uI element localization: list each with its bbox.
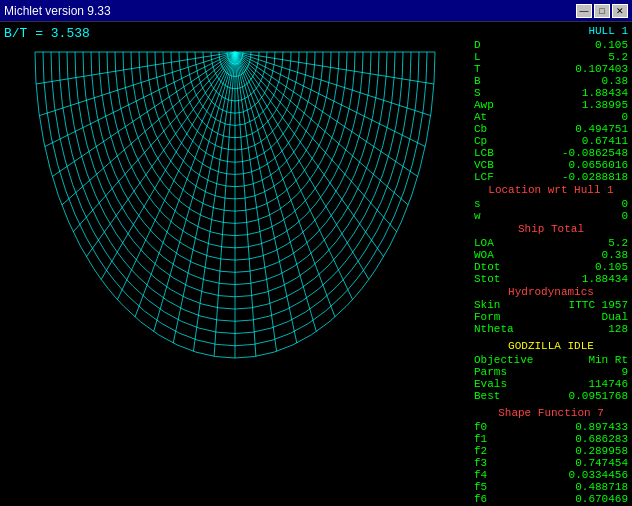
table-row: f20.289958	[474, 445, 628, 457]
row-val: -0.0288818	[562, 171, 628, 183]
row-val: 0.747454	[575, 457, 628, 469]
table-row: w0	[474, 210, 628, 222]
row-val: 0	[621, 111, 628, 123]
row-val: 0.488718	[575, 481, 628, 493]
row-val: 1.38995	[582, 99, 628, 111]
row-key: Stot	[474, 273, 500, 285]
row-val: ITTC 1957	[569, 299, 628, 311]
app-title: Michlet version 9.33	[4, 4, 111, 18]
row-val: 0.897433	[575, 421, 628, 433]
table-row: Cp0.67411	[474, 135, 628, 147]
row-key: LCB	[474, 147, 494, 159]
row-val: 0.0951768	[569, 390, 628, 402]
hull-canvas	[0, 22, 470, 506]
table-row: Stot1.88434	[474, 273, 628, 285]
row-key: f3	[474, 457, 487, 469]
row-key: D	[474, 39, 481, 51]
table-row: Ntheta128	[474, 323, 628, 335]
table-row: f00.897433	[474, 421, 628, 433]
row-key: f1	[474, 433, 487, 445]
row-val: 128	[608, 323, 628, 335]
row-key: f6	[474, 493, 487, 505]
hydro-header: Hydrodynamics	[474, 285, 628, 300]
shape-rows: f00.897433f10.686283f20.289958f30.747454…	[474, 421, 628, 505]
table-row: Awp1.38995	[474, 99, 628, 111]
main-content: B/T = 3.538 HULL 1 D0.105L5.2T0.107403B0…	[0, 22, 632, 506]
row-val: 0	[621, 198, 628, 210]
hull-rows: D0.105L5.2T0.107403B0.38S1.88434Awp1.389…	[474, 39, 628, 183]
row-key: L	[474, 51, 481, 63]
location-header: Location wrt Hull 1	[474, 183, 628, 198]
hull-canvas-area: B/T = 3.538	[0, 22, 470, 506]
table-row: Dtot0.105	[474, 261, 628, 273]
table-row: f60.670469	[474, 493, 628, 505]
table-row: f50.488718	[474, 481, 628, 493]
table-row: f30.747454	[474, 457, 628, 469]
row-val: 0	[621, 210, 628, 222]
row-val: 0.686283	[575, 433, 628, 445]
row-val: 0.105	[595, 261, 628, 273]
row-key: LCF	[474, 171, 494, 183]
row-val: 0.0656016	[569, 159, 628, 171]
table-row: LCB-0.0862548	[474, 147, 628, 159]
table-row: FormDual	[474, 311, 628, 323]
row-key: f5	[474, 481, 487, 493]
table-row: At0	[474, 111, 628, 123]
table-row: D0.105	[474, 39, 628, 51]
row-key: WOA	[474, 249, 494, 261]
ship-total-rows: LOA5.2WOA0.38Dtot0.105Stot1.88434	[474, 237, 628, 285]
row-key: Form	[474, 311, 500, 323]
table-row: VCB0.0656016	[474, 159, 628, 171]
window-controls: — □ ✕	[576, 4, 628, 18]
row-key: Parms	[474, 366, 507, 378]
row-key: Dtot	[474, 261, 500, 273]
table-row: ObjectiveMin Rt	[474, 354, 628, 366]
row-key: B	[474, 75, 481, 87]
ship-total-header: Ship Total	[474, 222, 628, 237]
row-val: 0.38	[602, 249, 628, 261]
row-val: 0.494751	[575, 123, 628, 135]
row-key: s	[474, 198, 481, 210]
bt-ratio-label: B/T = 3.538	[4, 26, 90, 41]
row-key: Objective	[474, 354, 533, 366]
row-key: Best	[474, 390, 500, 402]
hydro-rows: SkinITTC 1957FormDualNtheta128	[474, 299, 628, 335]
row-val: 0.38	[602, 75, 628, 87]
row-val: 5.2	[608, 51, 628, 63]
optim-header: GODZILLA IDLE	[474, 339, 628, 354]
location-rows: s0w0	[474, 198, 628, 222]
row-key: f0	[474, 421, 487, 433]
table-row: LOA5.2	[474, 237, 628, 249]
table-row: Best0.0951768	[474, 390, 628, 402]
table-row: f10.686283	[474, 433, 628, 445]
table-row: T0.107403	[474, 63, 628, 75]
row-key: LOA	[474, 237, 494, 249]
row-val: 1.88434	[582, 273, 628, 285]
row-key: w	[474, 210, 481, 222]
row-key: S	[474, 87, 481, 99]
row-key: Cb	[474, 123, 487, 135]
close-button[interactable]: ✕	[612, 4, 628, 18]
table-row: Evals114746	[474, 378, 628, 390]
row-val: 114746	[588, 378, 628, 390]
row-val: 0.67411	[582, 135, 628, 147]
row-val: Min Rt	[588, 354, 628, 366]
table-row: s0	[474, 198, 628, 210]
row-val: 0.670469	[575, 493, 628, 505]
maximize-button[interactable]: □	[594, 4, 610, 18]
row-val: 0.0334456	[569, 469, 628, 481]
info-panel: HULL 1 D0.105L5.2T0.107403B0.38S1.88434A…	[470, 22, 632, 506]
minimize-button[interactable]: —	[576, 4, 592, 18]
row-val: 0.289958	[575, 445, 628, 457]
table-row: Parms9	[474, 366, 628, 378]
shape-header: Shape Function 7	[474, 406, 628, 421]
row-key: T	[474, 63, 481, 75]
table-row: B0.38	[474, 75, 628, 87]
row-key: At	[474, 111, 487, 123]
row-key: f2	[474, 445, 487, 457]
row-key: Skin	[474, 299, 500, 311]
row-key: Evals	[474, 378, 507, 390]
table-row: SkinITTC 1957	[474, 299, 628, 311]
row-val: 0.105	[595, 39, 628, 51]
row-key: Awp	[474, 99, 494, 111]
